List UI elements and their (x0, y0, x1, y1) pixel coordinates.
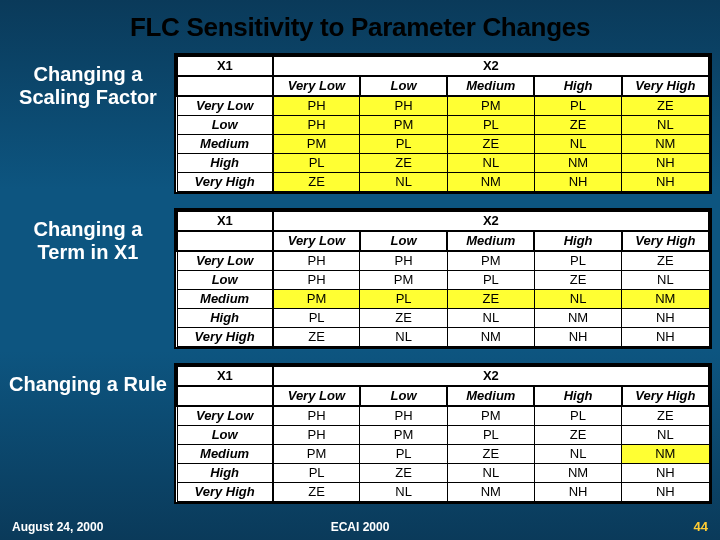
cell: PM (273, 445, 360, 464)
cell: NM (622, 445, 709, 464)
panel-term-x1: Changing a Term in X1 X1 X2 Very Low Low… (8, 208, 712, 349)
table-header-cols: Very Low Low Medium High Very High (177, 76, 709, 96)
cell: PL (360, 290, 447, 309)
table-row: Very High ZE NL NM NH NH (177, 328, 709, 347)
cell: PL (534, 96, 621, 116)
table-row: Very Low PH PH PM PL ZE (177, 96, 709, 116)
cell: ZE (273, 483, 360, 502)
cell: ZE (447, 135, 534, 154)
col-blank (177, 386, 273, 406)
row-head: Low (177, 271, 273, 290)
table-row: Very High ZE NL NM NH NH (177, 483, 709, 502)
col-head: Very Low (273, 386, 360, 406)
cell: PL (273, 464, 360, 483)
page-title: FLC Sensitivity to Parameter Changes (0, 0, 720, 53)
cell: PL (534, 406, 621, 426)
row-head: Low (177, 116, 273, 135)
cell: PM (360, 426, 447, 445)
row-head: Very Low (177, 406, 273, 426)
table-row: Very Low PH PH PM PL ZE (177, 251, 709, 271)
cell: PM (360, 116, 447, 135)
x1-header: X1 (177, 211, 273, 231)
panel-label: Changing a Term in X1 (8, 208, 174, 264)
cell: ZE (622, 406, 709, 426)
table-header-cols: Very Low Low Medium High Very High (177, 386, 709, 406)
cell: NH (622, 483, 709, 502)
panel-label: Changing a Rule (8, 363, 174, 396)
col-head: Very High (622, 76, 709, 96)
cell: ZE (534, 116, 621, 135)
cell: NL (534, 290, 621, 309)
cell: PM (447, 406, 534, 426)
row-head: High (177, 464, 273, 483)
col-blank (177, 76, 273, 96)
row-head: Medium (177, 445, 273, 464)
cell: NM (622, 290, 709, 309)
col-head: High (534, 76, 621, 96)
cell: NL (622, 116, 709, 135)
cell: NH (622, 464, 709, 483)
table-header-cols: Very Low Low Medium High Very High (177, 231, 709, 251)
row-head: Very Low (177, 96, 273, 116)
cell: PM (273, 290, 360, 309)
row-head: High (177, 154, 273, 173)
cell: ZE (534, 271, 621, 290)
x2-header: X2 (273, 211, 709, 231)
panel-scaling-factor: Changing a Scaling Factor X1 X2 Very Low… (8, 53, 712, 194)
cell: PH (273, 271, 360, 290)
row-head: Very High (177, 328, 273, 347)
col-head: Medium (447, 386, 534, 406)
cell: PL (447, 116, 534, 135)
cell: NM (447, 328, 534, 347)
table-row: Very Low PH PH PM PL ZE (177, 406, 709, 426)
table-row: Very High ZE NL NM NH NH (177, 173, 709, 192)
panels-container: Changing a Scaling Factor X1 X2 Very Low… (0, 53, 720, 504)
cell: PH (273, 426, 360, 445)
col-head: Very Low (273, 76, 360, 96)
table-header-x: X1 X2 (177, 56, 709, 76)
cell: NM (534, 309, 621, 328)
cell: NM (447, 173, 534, 192)
x2-header: X2 (273, 56, 709, 76)
footer-page: 44 (694, 519, 708, 534)
cell: PH (360, 251, 447, 271)
cell: PL (447, 426, 534, 445)
table-row: High PL ZE NL NM NH (177, 464, 709, 483)
x1-header: X1 (177, 366, 273, 386)
col-head: Medium (447, 76, 534, 96)
x1-header: X1 (177, 56, 273, 76)
cell: PM (273, 135, 360, 154)
table-row: Medium PM PL ZE NL NM (177, 290, 709, 309)
cell: PL (273, 309, 360, 328)
cell: PH (273, 251, 360, 271)
col-head: Low (360, 231, 447, 251)
cell: NM (622, 135, 709, 154)
col-head: Very High (622, 386, 709, 406)
cell: NL (447, 309, 534, 328)
cell: NH (622, 154, 709, 173)
table-row: Medium PM PL ZE NL NM (177, 445, 709, 464)
cell: ZE (360, 464, 447, 483)
cell: ZE (273, 328, 360, 347)
panel-table: X1 X2 Very Low Low Medium High Very High… (174, 363, 712, 504)
footer-date: August 24, 2000 (12, 520, 103, 534)
col-head: Very High (622, 231, 709, 251)
row-head: Very Low (177, 251, 273, 271)
cell: PH (273, 406, 360, 426)
col-head: High (534, 386, 621, 406)
cell: NL (360, 173, 447, 192)
cell: ZE (447, 290, 534, 309)
row-head: Medium (177, 135, 273, 154)
table-header-x: X1 X2 (177, 366, 709, 386)
cell: PL (534, 251, 621, 271)
row-head: Medium (177, 290, 273, 309)
cell: NH (622, 328, 709, 347)
cell: NL (534, 445, 621, 464)
cell: NH (534, 483, 621, 502)
cell: PL (360, 445, 447, 464)
cell: NL (360, 483, 447, 502)
row-head: Very High (177, 483, 273, 502)
table-header-x: X1 X2 (177, 211, 709, 231)
cell: PM (447, 96, 534, 116)
x2-header: X2 (273, 366, 709, 386)
